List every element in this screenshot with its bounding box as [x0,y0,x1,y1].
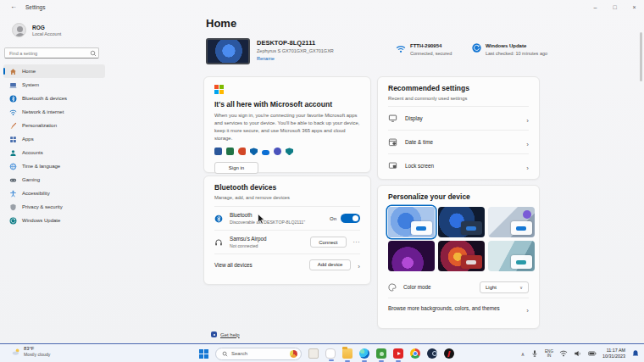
view-all-devices-link[interactable]: View all devices [214,262,253,268]
taskbar-weather[interactable]: 83°F Mostly cloudy [12,346,50,357]
recommended-settings-card: Recommended settings Recent and commonly… [377,76,540,180]
sidebar-item-time-language[interactable]: Time & language [3,159,105,173]
taskbar-apps [308,348,454,359]
recommended-title: Recommended settings [388,84,529,92]
sign-in-button[interactable]: Sign in [214,162,258,174]
chevron-right-icon[interactable] [358,257,360,272]
wifi-icon [396,45,406,53]
sidebar-item-label: Personalization [22,123,57,128]
gaming-icon [9,176,17,184]
sidebar-item-network-internet[interactable]: Network & internet [3,105,105,119]
theme-preview-card [461,255,482,269]
search-input[interactable] [4,47,99,58]
xbox-icon[interactable] [376,348,386,359]
titlebar: ← Settings – □ × [0,0,644,15]
personalize-title: Personalize your device [388,192,529,201]
theme-tile-photo-montage[interactable] [488,207,535,237]
sidebar-item-system[interactable]: System [3,78,105,92]
speaker-icon[interactable] [574,349,582,358]
theme-tile-teal-bridge[interactable] [488,241,535,271]
sidebar-nav: Home System Bluetooth & devices Network … [3,64,105,227]
steam-icon[interactable] [427,348,437,359]
get-help[interactable]: Get help [211,331,240,337]
sidebar-item-apps[interactable]: Apps [3,132,105,146]
more-options-button[interactable]: ··· [353,239,361,245]
scrollbar[interactable] [640,32,642,81]
paired-device-row[interactable]: Samsu's Airpod Not connected Connect ··· [214,231,360,253]
chrome-icon[interactable] [410,348,420,359]
sidebar-item-gaming[interactable]: Gaming [3,173,105,187]
theme-tile-purple-glow[interactable] [388,241,435,271]
sidebar-item-home[interactable]: Home [3,64,105,78]
taskbar-search[interactable]: Search [215,348,302,360]
sidebar-item-bluetooth-devices[interactable]: Bluetooth & devices [3,92,105,105]
onedrive-icon [262,150,269,155]
account-type: Local Account [32,31,61,36]
sidebar-item-privacy-security[interactable]: Privacy & security [3,200,105,214]
sidebar-item-label: Accessibility [22,191,50,196]
recommended-subtitle: Recent and commonly used settings [388,96,529,106]
edge-icon[interactable] [359,348,369,359]
chevron-right-icon [526,135,529,150]
system-tray: ∧ ENG IN 11:17 AM 10/31/2023 [521,344,640,362]
theme-preview-card [511,221,532,235]
color-mode-row: Color mode Light [388,276,529,298]
sidebar-item-label: Gaming [22,177,40,182]
sidebar-item-windows-update[interactable]: Windows Update [3,214,105,227]
recommended-row-lock-screen[interactable]: Lock screen [388,154,529,177]
paired-device-detail: Not connected [230,243,267,248]
rename-link[interactable]: Rename [257,56,275,61]
start-button[interactable] [199,349,208,359]
folder-icon[interactable] [342,348,353,359]
weather-condition: Mostly cloudy [24,352,50,357]
notification-bell-icon[interactable] [631,349,640,358]
window-title: Settings [25,4,46,10]
network-status: Connected, secured [410,51,452,56]
sidebar-item-accessibility[interactable]: Accessibility [3,187,105,200]
home-icon [9,68,17,75]
screen: ← Settings – □ × ROG Local Account Home [0,0,644,362]
youtube-icon[interactable] [393,348,403,359]
bluetooth-toggle[interactable] [341,214,360,223]
theme-tile-windows-dark[interactable] [438,207,485,237]
sidebar-item-personalization[interactable]: Personalization [3,119,105,132]
sidebar-item-label: Bluetooth & devices [22,96,67,101]
netflix-icon[interactable] [444,348,454,359]
chat-icon[interactable] [325,348,336,359]
sidebar-item-accounts[interactable]: Accounts [3,146,105,159]
clock[interactable]: 11:17 AM 10/31/2023 [602,348,625,359]
network-name[interactable]: FTTH-290954 [410,43,441,48]
bluetooth-detail: Discoverable as "DESKTOP-8LQ2111" [230,220,305,225]
color-mode-value: Light [486,285,497,290]
battery-icon[interactable] [588,349,597,358]
recommended-row-display[interactable]: Display [388,107,529,130]
theme-tile-abstract-bloom[interactable] [438,241,485,271]
time-language-icon [9,163,17,170]
bluetooth-card-title: Bluetooth devices [214,183,360,192]
recommended-row-date-time[interactable]: Date & time [388,131,529,153]
wifi-icon[interactable] [559,349,568,358]
language-switcher[interactable]: ENG IN [545,349,553,359]
add-device-button[interactable]: Add device [309,259,352,270]
connect-button[interactable]: Connect [310,237,346,248]
microphone-icon[interactable] [530,349,539,358]
paired-device-label: Samsu's Airpod [230,236,267,242]
file-explorer-icon[interactable] [308,348,319,359]
account-block[interactable]: ROG Local Account [12,23,61,37]
store-icon [286,148,293,155]
get-help-icon [211,331,217,337]
maximize-button[interactable]: □ [605,0,625,14]
close-button[interactable]: × [625,0,644,14]
recommended-row-label: Date & time [405,139,526,145]
color-mode-icon [388,283,397,292]
update-title[interactable]: Windows Update [486,43,526,48]
color-mode-dropdown[interactable]: Light [480,281,529,293]
theme-grid [388,207,529,271]
back-button[interactable]: ← [8,3,19,10]
browse-themes-row[interactable]: Browse more backgrounds, colors, and the… [388,298,529,318]
toggle-state-label: On [330,216,336,221]
tray-chevron-up-icon[interactable]: ∧ [521,351,525,357]
bluetooth-row[interactable]: Bluetooth Discoverable as "DESKTOP-8LQ21… [214,207,360,230]
theme-tile-windows-light[interactable] [388,207,435,237]
minimize-button[interactable]: – [586,0,605,14]
